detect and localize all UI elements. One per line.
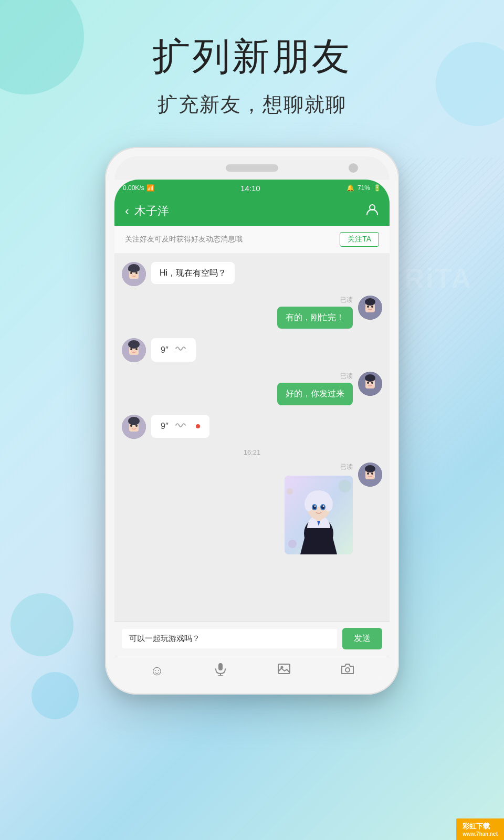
svg-point-24 — [365, 374, 375, 382]
message-row: 已读 有的，刚忙完！ — [122, 296, 382, 329]
deco-circle-3 — [10, 593, 74, 656]
voice-input-icon[interactable] — [214, 662, 227, 679]
message-row: Hi，现在有空吗？ — [122, 262, 382, 286]
watermark-main: 彩虹下载 — [463, 822, 498, 831]
title-section: 扩列新朋友 扩充新友，想聊就聊 — [0, 32, 504, 118]
avatar-left-3 — [122, 415, 146, 439]
svg-rect-59 — [278, 664, 290, 674]
rita-decoration: RiTA — [405, 262, 472, 294]
svg-point-51 — [314, 505, 316, 507]
svg-point-18 — [128, 340, 140, 349]
svg-point-25 — [367, 382, 369, 384]
svg-rect-35 — [365, 472, 375, 479]
avatar-right-2 — [358, 372, 382, 396]
image-message[interactable] — [285, 476, 353, 554]
voice-duration-2: 9″ — [161, 422, 169, 431]
svg-point-13 — [367, 306, 369, 308]
phone-camera — [349, 163, 358, 173]
bell-icon: 🔔 — [346, 184, 354, 192]
svg-rect-23 — [365, 381, 375, 388]
unread-dot — [196, 424, 200, 428]
message-row: 9″ — [122, 338, 382, 362]
message-meta-img: 已读 — [340, 463, 353, 471]
phone-wrapper: 0.00K/s 📶 14:10 🔔 71% 🔋 ‹ 木子洋 — [105, 147, 399, 695]
back-arrow-icon: ‹ — [125, 204, 129, 218]
svg-point-38 — [371, 472, 373, 475]
status-left: 0.00K/s 📶 — [123, 184, 154, 192]
svg-point-20 — [135, 348, 138, 350]
send-button[interactable]: 发送 — [342, 628, 382, 649]
phone-screen: 0.00K/s 📶 14:10 🔔 71% 🔋 ‹ 木子洋 — [114, 180, 390, 685]
phone-speaker — [226, 164, 278, 172]
svg-point-19 — [130, 348, 132, 350]
svg-point-8 — [135, 272, 138, 274]
svg-point-45 — [304, 497, 313, 511]
svg-point-7 — [130, 272, 132, 274]
svg-point-54 — [339, 480, 351, 492]
avatar-right-3 — [358, 463, 382, 487]
svg-point-32 — [135, 425, 138, 427]
deco-circle-4 — [32, 672, 79, 719]
avatar-left-1 — [122, 262, 146, 286]
svg-point-55 — [287, 488, 293, 495]
deco-lines — [399, 158, 504, 472]
svg-point-12 — [365, 298, 375, 306]
status-right: 🔔 71% 🔋 — [346, 184, 381, 192]
voice-wave-icon-2 — [175, 420, 186, 433]
svg-point-31 — [130, 425, 132, 427]
avatar-left-2 — [122, 338, 146, 362]
message-row: 9″ — [122, 415, 382, 439]
input-bar: 发送 — [114, 621, 390, 656]
svg-point-61 — [345, 668, 350, 672]
svg-point-53 — [288, 540, 297, 548]
svg-point-26 — [371, 382, 373, 384]
message-meta: 已读 — [340, 372, 353, 381]
watermark: 彩虹下载 www.7han.net — [456, 818, 504, 840]
camera-icon[interactable] — [341, 662, 354, 679]
follow-button[interactable]: 关注TA — [340, 232, 379, 247]
phone-top-bar — [114, 156, 390, 180]
contact-name: 木子洋 — [134, 203, 169, 219]
svg-point-37 — [367, 472, 369, 475]
svg-point-14 — [371, 306, 373, 308]
chat-area: Hi，现在有空吗？ — [114, 254, 390, 621]
message-bubble: 好的，你发过来 — [277, 383, 353, 405]
follow-text: 关注好友可及时获得好友动态消息哦 — [125, 235, 340, 244]
profile-icon[interactable] — [365, 203, 379, 219]
avatar-right-1 — [358, 296, 382, 320]
avatar-image-1 — [122, 262, 146, 286]
phone-outer: 0.00K/s 📶 14:10 🔔 71% 🔋 ‹ 木子洋 — [105, 147, 399, 695]
message-row: 已读 — [122, 463, 382, 554]
voice-duration: 9″ — [161, 345, 169, 355]
message-meta: 已读 — [340, 296, 353, 304]
bottom-toolbar: ☺ — [114, 656, 390, 685]
svg-point-52 — [323, 505, 324, 507]
emoji-icon[interactable]: ☺ — [150, 663, 164, 679]
chat-timestamp: 16:21 — [122, 448, 382, 456]
app-header: ‹ 木子洋 — [114, 196, 390, 226]
status-time: 14:10 — [240, 184, 260, 193]
message-bubble: 有的，刚忙完！ — [277, 307, 353, 329]
sub-title: 扩充新友，想聊就聊 — [0, 91, 504, 118]
header-back[interactable]: ‹ 木子洋 — [125, 203, 169, 219]
message-input[interactable] — [122, 629, 337, 648]
main-title: 扩列新朋友 — [0, 32, 504, 82]
svg-point-36 — [365, 465, 375, 472]
voice-wave-icon — [175, 343, 186, 356]
watermark-sub: www.7han.net — [463, 831, 498, 837]
voice-bubble-2[interactable]: 9″ — [151, 415, 209, 438]
battery-pct: 71% — [358, 184, 370, 192]
svg-point-6 — [134, 267, 140, 271]
status-bar: 0.00K/s 📶 14:10 🔔 71% 🔋 — [114, 180, 390, 196]
wifi-icon: 📶 — [146, 184, 154, 192]
battery-icon: 🔋 — [373, 184, 381, 192]
svg-point-30 — [128, 417, 140, 425]
image-icon[interactable] — [277, 662, 291, 679]
message-row: 已读 好的，你发过来 — [122, 372, 382, 405]
voice-bubble[interactable]: 9″ — [151, 338, 196, 362]
svg-rect-56 — [218, 663, 223, 670]
message-bubble: Hi，现在有空吗？ — [151, 262, 235, 284]
svg-point-46 — [324, 497, 333, 511]
svg-rect-11 — [365, 305, 375, 312]
follow-banner: 关注好友可及时获得好友动态消息哦 关注TA — [114, 226, 390, 254]
